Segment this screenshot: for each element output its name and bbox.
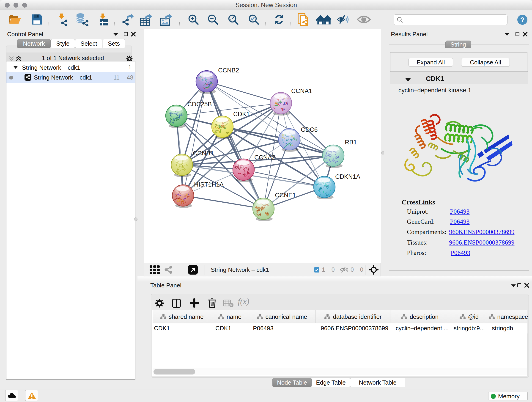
svg-text:HIST1H1A: HIST1H1A	[194, 181, 224, 188]
svg-text:RB1: RB1	[345, 139, 357, 146]
svg-text:CCNB2: CCNB2	[218, 67, 239, 74]
svg-text:CCNA2: CCNA2	[254, 154, 275, 161]
svg-text:CCNA1: CCNA1	[291, 88, 312, 95]
svg-text:CDKN1A: CDKN1A	[335, 173, 360, 180]
svg-text:CCNE1: CCNE1	[275, 192, 296, 199]
svg-text:CCNB1: CCNB1	[193, 150, 214, 157]
svg-text:CDK1: CDK1	[233, 111, 250, 118]
svg-text:?: ?	[520, 16, 525, 23]
svg-text:CDC6: CDC6	[301, 126, 318, 133]
svg-text:CDC25B: CDC25B	[187, 101, 212, 108]
